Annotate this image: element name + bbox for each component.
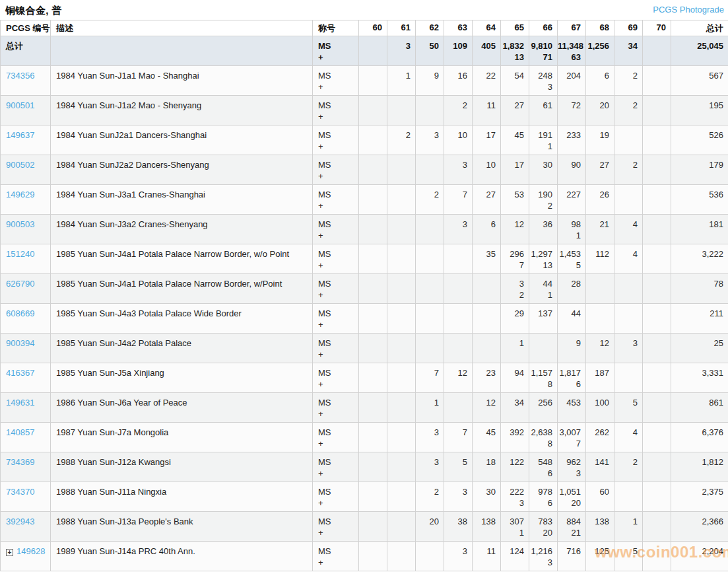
pcgs-number-link[interactable]: 900394 — [6, 338, 34, 348]
grade-count-ms: 3 — [444, 486, 467, 497]
pcgs-number-link[interactable]: 900501 — [6, 100, 34, 110]
grade-cell-65: 94 — [501, 363, 529, 393]
grade-cell-66: 441 — [529, 274, 558, 304]
grade-count-ms: 7 — [416, 367, 439, 378]
grade-count-ms: 38 — [444, 516, 467, 527]
designation-cell: MS+ — [313, 36, 359, 66]
pcgs-cell: 900503 — [1, 215, 51, 244]
pcgs-number-link[interactable]: 416367 — [6, 368, 34, 378]
designation-line: MS — [318, 129, 358, 141]
designation-line: MS — [318, 308, 358, 319]
designation-line: + — [318, 319, 358, 330]
pcgs-number-link[interactable]: 900503 — [6, 219, 34, 229]
row-total-cell: 25,045 — [671, 36, 728, 66]
designation-line: + — [318, 260, 358, 271]
pcgs-number-link[interactable]: 900502 — [6, 160, 34, 170]
row-total-cell: 567 — [671, 66, 728, 96]
grade-count-ms: 3 — [501, 278, 524, 289]
grade-count-ms: 16 — [444, 70, 467, 81]
grade-cell-66: 256 — [529, 393, 558, 423]
description-cell: 1985 Yuan Sun-J4a1 Potala Palace Narrow … — [51, 274, 313, 304]
pcgs-number-link[interactable]: 626790 — [6, 279, 34, 289]
designation-cell: MS+ — [313, 542, 359, 571]
expand-icon[interactable]: + — [6, 549, 13, 556]
grade-cell-69: 4 — [614, 244, 643, 274]
pcgs-number-link[interactable]: 149629 — [6, 190, 34, 199]
header-grade-69: 69 — [614, 20, 643, 36]
grade-cell-67: 1,8176 — [558, 363, 586, 393]
grade-count-plus: 1 — [529, 289, 552, 301]
photograde-link[interactable]: PCGS Photograde — [653, 5, 724, 15]
grade-count-ms: 2 — [387, 129, 411, 141]
grade-count-plus: 20 — [529, 527, 552, 538]
grade-cell-64: 23 — [473, 363, 501, 393]
grade-cell-60 — [359, 215, 387, 244]
pcgs-number-link[interactable]: 149631 — [6, 398, 34, 408]
grade-count-ms: 2 — [614, 70, 638, 81]
grade-cell-60 — [359, 482, 387, 512]
grade-cell-61: 2 — [387, 125, 416, 155]
grade-count-ms: 94 — [501, 367, 524, 378]
grade-count-ms: 227 — [558, 189, 581, 200]
grade-cell-68: 141 — [586, 452, 614, 482]
designation-cell: MS+ — [313, 125, 359, 155]
table-row: 1496291984 Yuan Sun-J3a1 Cranes-Shanghai… — [1, 185, 728, 215]
header-grade-66: 66 — [529, 20, 558, 36]
description-cell: 1985 Yuan Sun-J4a2 Potala Palace — [51, 334, 313, 363]
grade-count-ms: 5 — [444, 456, 467, 468]
grade-count-ms: 53 — [501, 189, 524, 200]
grade-count-plus: 2 — [501, 289, 524, 301]
grade-count-ms: 34 — [614, 40, 638, 52]
table-row: 1496371984 Yuan SunJ2a1 Dancers-Shanghai… — [1, 125, 728, 155]
row-total-cell: 2,204 — [671, 542, 728, 571]
grade-count-ms: 11 — [473, 100, 496, 111]
grade-cell-65: 29 — [501, 304, 529, 334]
pcgs-number-link[interactable]: 608669 — [6, 308, 34, 318]
grade-count-ms: 12 — [501, 219, 524, 230]
pcgs-number-link[interactable]: 140857 — [6, 427, 34, 437]
pcgs-number-link[interactable]: 149637 — [6, 130, 34, 140]
designation-line: + — [318, 230, 358, 241]
grade-count-ms: 392 — [501, 427, 524, 438]
grade-count-ms: 141 — [586, 456, 609, 468]
designation-line: + — [318, 170, 358, 182]
grade-count-ms: 125 — [586, 546, 609, 557]
grade-cell-63 — [444, 244, 473, 274]
pcgs-number-link[interactable]: 149628 — [17, 546, 45, 556]
grade-cell-61 — [387, 185, 416, 215]
pcgs-number-link[interactable]: 734370 — [6, 487, 34, 497]
designation-line: + — [318, 468, 358, 479]
grade-cell-63: 7 — [444, 423, 473, 452]
grade-count-plus: 1 — [529, 141, 552, 152]
grade-count-ms: 204 — [558, 70, 581, 81]
grade-cell-68: 100 — [586, 393, 614, 423]
header-grade-68: 68 — [586, 20, 614, 36]
pcgs-number-link[interactable]: 734369 — [6, 457, 34, 467]
grade-cell-63: 3 — [444, 155, 473, 185]
row-total-cell: 179 — [671, 155, 728, 185]
designation-line: MS — [318, 456, 358, 468]
table-row: 7343691988 Yuan Sun-J12a KwangsiMS+35181… — [1, 452, 728, 482]
grade-cell-62 — [416, 96, 444, 125]
pcgs-number-link[interactable]: 151240 — [6, 249, 34, 259]
grade-count-ms: 44 — [558, 308, 581, 319]
pcgs-number-link[interactable]: 392943 — [6, 517, 34, 526]
grade-cell-63: 109 — [444, 36, 473, 66]
designation-line: MS — [318, 40, 358, 52]
grade-cell-66: 2483 — [529, 66, 558, 96]
grade-cell-70 — [643, 393, 671, 423]
grade-cell-68: 262 — [586, 423, 614, 452]
grade-count-ms: 90 — [558, 159, 581, 170]
grade-cell-63: 3 — [444, 482, 473, 512]
grade-cell-62 — [416, 304, 444, 334]
designation-line: MS — [318, 338, 358, 349]
grade-cell-66: 36 — [529, 215, 558, 244]
grade-count-ms: 11 — [473, 546, 496, 557]
grade-cell-63: 12 — [444, 363, 473, 393]
grade-count-ms: 112 — [586, 248, 609, 260]
pcgs-number-link[interactable]: 734356 — [6, 71, 34, 81]
grade-cell-67: 9623 — [558, 452, 586, 482]
grade-count-ms: 1 — [416, 397, 439, 408]
designation-line: MS — [318, 219, 358, 230]
grade-count-ms: 61 — [529, 100, 552, 111]
